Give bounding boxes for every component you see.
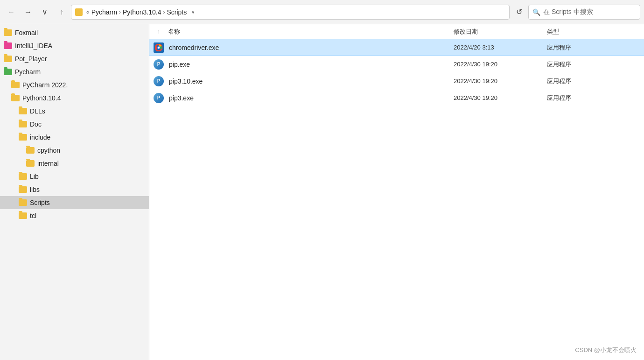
file-type-pip310: 应用程序 bbox=[547, 77, 640, 85]
breadcrumb-scripts[interactable]: Scripts bbox=[167, 8, 187, 16]
breadcrumb-python[interactable]: Python3.10.4 bbox=[123, 8, 161, 16]
search-placeholder: 在 Scripts 中搜索 bbox=[543, 8, 593, 16]
folder-icon-cpython bbox=[26, 147, 35, 154]
sidebar-label-dlls: DLLs bbox=[30, 107, 45, 115]
folder-icon-scripts bbox=[19, 199, 27, 206]
folder-icon-dlls bbox=[19, 108, 27, 114]
file-type-pip3: 应用程序 bbox=[547, 94, 640, 102]
file-icon-chromedriver bbox=[153, 42, 164, 53]
folder-icon-include bbox=[19, 134, 27, 141]
breadcrumb-folder-icon bbox=[75, 8, 83, 16]
forward-button[interactable]: → bbox=[21, 5, 35, 20]
sidebar-item-pycharm2022[interactable]: PyCharm 2022. bbox=[0, 78, 149, 92]
address-bar: ← → ∨ ↑ « Pycharm › Python3.10.4 › Scrip… bbox=[0, 0, 644, 24]
column-name[interactable]: 名称 bbox=[164, 28, 454, 36]
file-row-pip310[interactable]: Ppip3.10.exe2022/4/30 19:20应用程序 bbox=[149, 73, 644, 90]
up-button[interactable]: ↑ bbox=[54, 5, 69, 20]
file-name-pip310: pip3.10.exe bbox=[167, 78, 454, 85]
sidebar-label-lib: Lib bbox=[30, 173, 39, 180]
folder-icon-intellij bbox=[4, 42, 12, 49]
search-icon: 🔍 bbox=[532, 8, 540, 16]
sidebar-label-intellij: IntelliJ_IDEA bbox=[15, 42, 52, 49]
sidebar-label-pycharm: Pycharm bbox=[15, 68, 41, 76]
file-name-pip3: pip3.exe bbox=[167, 94, 454, 102]
sidebar-item-pot_player[interactable]: Pot_Player bbox=[0, 52, 149, 65]
file-type-pip: 应用程序 bbox=[547, 60, 640, 69]
folder-icon-pycharm bbox=[4, 69, 12, 75]
breadcrumb-pycharm[interactable]: Pycharm bbox=[91, 8, 117, 16]
sidebar-item-include[interactable]: include bbox=[0, 131, 149, 144]
file-name-chromedriver: chromedriver.exe bbox=[167, 44, 454, 51]
sidebar-item-tcl[interactable]: tcl bbox=[0, 209, 149, 222]
sidebar-label-python3104: Python3.10.4 bbox=[22, 94, 61, 102]
sidebar-label-include: include bbox=[30, 134, 50, 141]
column-type[interactable]: 类型 bbox=[547, 28, 640, 36]
dropdown-button[interactable]: ∨ bbox=[37, 5, 52, 20]
svg-point-2 bbox=[158, 47, 160, 49]
file-date-pip: 2022/4/30 19:20 bbox=[454, 61, 547, 68]
sidebar-item-libs[interactable]: libs bbox=[0, 183, 149, 196]
sidebar-item-intellij[interactable]: IntelliJ_IDEA bbox=[0, 39, 149, 52]
sidebar-item-lib[interactable]: Lib bbox=[0, 170, 149, 183]
breadcrumb-sep-1: › bbox=[119, 9, 121, 15]
file-date-pip310: 2022/4/30 19:20 bbox=[454, 78, 547, 85]
sidebar-item-dlls[interactable]: DLLs bbox=[0, 105, 149, 118]
folder-icon-pycharm2022 bbox=[11, 82, 20, 88]
refresh-button[interactable]: ↺ bbox=[511, 5, 526, 20]
search-bar[interactable]: 🔍 在 Scripts 中搜索 bbox=[528, 5, 640, 20]
refresh-icon: ↺ bbox=[516, 7, 522, 16]
sidebar-label-internal: internal bbox=[37, 160, 59, 167]
file-type-chromedriver: 应用程序 bbox=[547, 43, 640, 52]
sidebar-item-foxmail[interactable]: Foxmail bbox=[0, 26, 149, 39]
sidebar-label-cpython: cpython bbox=[37, 147, 60, 154]
file-row-pip[interactable]: Ppip.exe2022/4/30 19:20应用程序 bbox=[149, 56, 644, 73]
column-date[interactable]: 修改日期 bbox=[454, 28, 547, 36]
folder-icon-libs bbox=[19, 186, 27, 193]
dropdown-icon: ∨ bbox=[42, 7, 48, 16]
watermark: CSDN @小龙不会喷火 bbox=[575, 346, 637, 354]
file-date-pip3: 2022/4/30 19:20 bbox=[454, 94, 547, 101]
folder-icon-tcl bbox=[19, 212, 27, 219]
file-icon-pip3: P bbox=[153, 92, 164, 104]
sidebar: FoxmailIntelliJ_IDEAPot_PlayerPycharmPyC… bbox=[0, 24, 149, 360]
folder-icon-internal bbox=[26, 160, 35, 167]
column-header: ↑ 名称 修改日期 类型 bbox=[149, 24, 644, 39]
file-row-pip3[interactable]: Ppip3.exe2022/4/30 19:20应用程序 bbox=[149, 90, 644, 106]
sort-up-button[interactable]: ↑ bbox=[153, 26, 164, 37]
sidebar-label-foxmail: Foxmail bbox=[15, 29, 38, 36]
file-list-area: ↑ 名称 修改日期 类型 chromedriver.exe2022/4/20 3… bbox=[149, 24, 644, 360]
sidebar-item-python3104[interactable]: Python3.10.4 bbox=[0, 92, 149, 105]
sidebar-item-pycharm[interactable]: Pycharm bbox=[0, 65, 149, 78]
sidebar-item-scripts[interactable]: Scripts bbox=[0, 196, 149, 209]
sidebar-label-pot_player: Pot_Player bbox=[15, 55, 47, 63]
folder-icon-doc bbox=[19, 121, 27, 127]
file-icon-pip310: P bbox=[153, 76, 164, 87]
back-icon: ← bbox=[7, 8, 15, 16]
sidebar-item-doc[interactable]: Doc bbox=[0, 118, 149, 131]
sidebar-label-scripts: Scripts bbox=[30, 199, 50, 206]
sidebar-item-internal[interactable]: internal bbox=[0, 157, 149, 170]
sidebar-scroll[interactable]: FoxmailIntelliJ_IDEAPot_PlayerPycharmPyC… bbox=[0, 24, 149, 360]
breadcrumb-prefix: « bbox=[86, 9, 90, 15]
sidebar-item-cpython[interactable]: cpython bbox=[0, 144, 149, 157]
file-icon-pip: P bbox=[153, 59, 164, 70]
up-icon: ↑ bbox=[60, 8, 63, 16]
folder-icon-python3104 bbox=[11, 95, 20, 101]
folder-icon-lib bbox=[19, 173, 27, 180]
breadcrumb[interactable]: « Pycharm › Python3.10.4 › Scripts ∨ bbox=[71, 5, 510, 20]
folder-icon-pot_player bbox=[4, 56, 12, 62]
sidebar-label-doc: Doc bbox=[30, 120, 42, 128]
breadcrumb-sep-2: › bbox=[163, 9, 165, 15]
sidebar-label-libs: libs bbox=[30, 186, 40, 193]
file-date-chromedriver: 2022/4/20 3:13 bbox=[454, 44, 547, 51]
file-name-pip: pip.exe bbox=[167, 61, 454, 68]
breadcrumb-chevron-icon[interactable]: ∨ bbox=[191, 9, 195, 14]
forward-icon: → bbox=[24, 8, 32, 16]
sidebar-label-tcl: tcl bbox=[30, 212, 36, 219]
back-button[interactable]: ← bbox=[4, 5, 19, 20]
sort-up-icon: ↑ bbox=[157, 28, 160, 35]
folder-icon-foxmail bbox=[4, 29, 12, 36]
file-list: chromedriver.exe2022/4/20 3:13应用程序Ppip.e… bbox=[149, 39, 644, 360]
file-row-chromedriver[interactable]: chromedriver.exe2022/4/20 3:13应用程序 bbox=[149, 39, 644, 56]
sidebar-label-pycharm2022: PyCharm 2022. bbox=[22, 81, 68, 89]
